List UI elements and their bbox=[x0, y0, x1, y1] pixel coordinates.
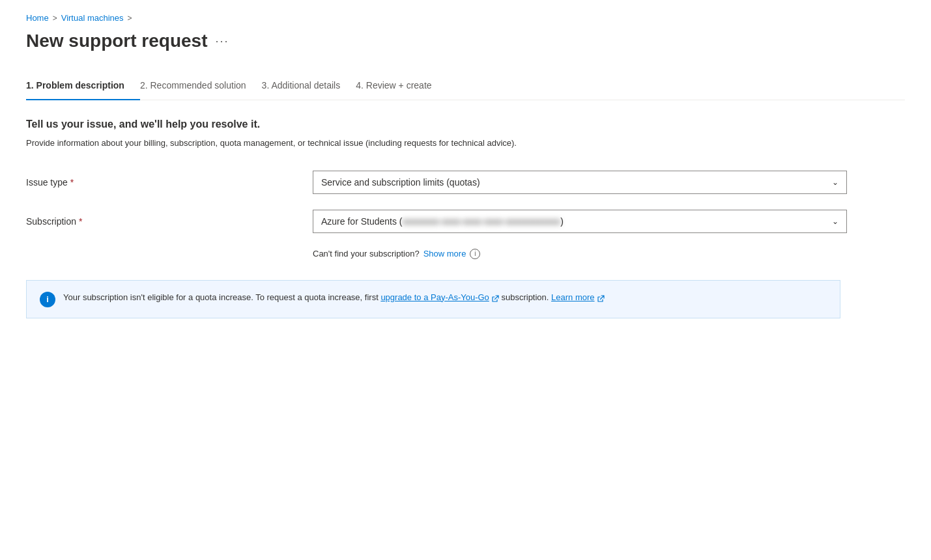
cant-find-text: Can't find your subscription? bbox=[313, 249, 420, 259]
page-title: New support request bbox=[26, 31, 207, 51]
wizard-step-4[interactable]: 4. Review + create bbox=[356, 72, 447, 100]
section-title: Tell us your issue, and we'll help you r… bbox=[26, 119, 873, 130]
section-description: Provide information about your billing, … bbox=[26, 137, 612, 150]
show-more-link[interactable]: Show more bbox=[423, 249, 466, 259]
subscription-label: Subscription * bbox=[26, 216, 313, 227]
breadcrumb-separator-2: > bbox=[128, 14, 132, 23]
learn-more-external-icon bbox=[597, 294, 605, 301]
breadcrumb: Home > Virtual machines > bbox=[26, 13, 905, 23]
subscription-required: * bbox=[79, 216, 82, 227]
breadcrumb-home[interactable]: Home bbox=[26, 13, 49, 23]
breadcrumb-virtual-machines[interactable]: Virtual machines bbox=[61, 13, 124, 23]
subscription-wrapper: Azure for Students (xxxxxxxx-xxxx-xxxx-x… bbox=[313, 210, 847, 233]
wizard-step-3[interactable]: 3. Additional details bbox=[262, 72, 356, 100]
breadcrumb-separator-1: > bbox=[53, 14, 57, 23]
subscription-select[interactable]: Azure for Students (xxxxxxxx-xxxx-xxxx-x… bbox=[313, 210, 847, 233]
subscription-form-group: Subscription * Azure for Students (xxxxx… bbox=[26, 210, 873, 233]
wizard-steps: 1. Problem description 2. Recommended so… bbox=[26, 72, 905, 100]
issue-type-value: Service and subscription limits (quotas) bbox=[321, 177, 480, 188]
issue-type-label: Issue type * bbox=[26, 177, 313, 188]
issue-type-chevron-icon: ⌄ bbox=[832, 178, 838, 187]
page-title-row: New support request ··· bbox=[26, 31, 905, 51]
info-banner: i Your subscription isn't eligible for a… bbox=[26, 280, 840, 318]
issue-type-form-group: Issue type * Service and subscription li… bbox=[26, 171, 873, 194]
issue-type-wrapper: Service and subscription limits (quotas)… bbox=[313, 171, 847, 194]
upgrade-link-external-icon bbox=[491, 294, 499, 301]
issue-type-select[interactable]: Service and subscription limits (quotas)… bbox=[313, 171, 847, 194]
upgrade-link[interactable]: upgrade to a Pay-As-You-Go bbox=[380, 292, 489, 302]
info-circle-icon[interactable]: i bbox=[470, 249, 480, 259]
wizard-step-1[interactable]: 1. Problem description bbox=[26, 72, 140, 100]
info-banner-text: Your subscription isn't eligible for a q… bbox=[63, 291, 605, 305]
info-banner-icon: i bbox=[40, 292, 55, 307]
page-menu-button[interactable]: ··· bbox=[215, 35, 229, 48]
subscription-id-blurred: xxxxxxxx-xxxx-xxxx-xxxx-xxxxxxxxxxxx bbox=[403, 216, 561, 227]
subscription-chevron-icon: ⌄ bbox=[832, 217, 838, 226]
issue-type-required: * bbox=[70, 177, 74, 188]
subscription-value: Azure for Students (xxxxxxxx-xxxx-xxxx-x… bbox=[321, 216, 564, 227]
learn-more-link[interactable]: Learn more bbox=[551, 292, 594, 302]
subscription-help: Can't find your subscription? Show more … bbox=[313, 249, 873, 259]
wizard-step-2[interactable]: 2. Recommended solution bbox=[140, 72, 262, 100]
content-area: Tell us your issue, and we'll help you r… bbox=[26, 119, 873, 318]
